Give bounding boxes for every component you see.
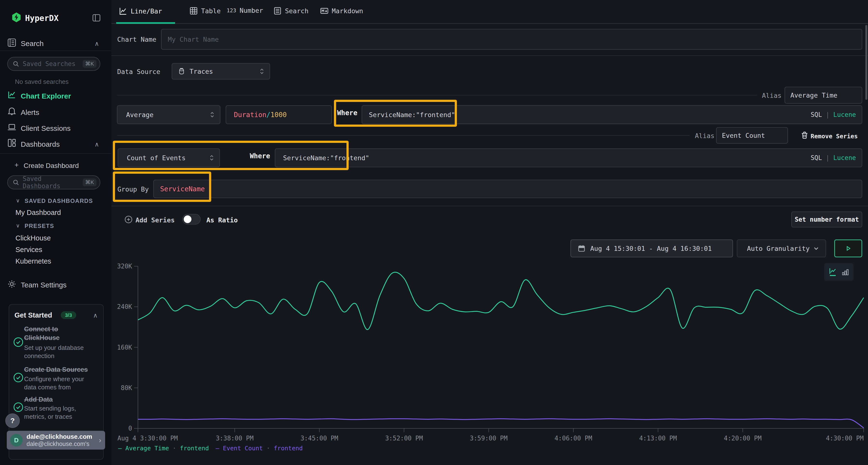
series1-where-input[interactable]: ServiceName:"frontend" SQL | Lucene (362, 105, 862, 124)
laptop-icon (7, 122, 17, 132)
sidebar-item-chart-explorer[interactable]: Chart Explorer (21, 92, 71, 100)
chevron-down-icon (813, 245, 819, 252)
add-series-button[interactable]: Add Series (135, 217, 175, 224)
divider (117, 95, 757, 95)
chart-name-placeholder: My Chart Name (168, 36, 219, 43)
divider (112, 206, 868, 206)
chevron-down-icon[interactable]: ∨ (16, 198, 20, 204)
sidebar-item-kubernetes[interactable]: Kubernetes (16, 257, 51, 265)
presets-header: PRESETS (25, 223, 54, 229)
plus-circle-icon[interactable] (124, 215, 133, 224)
bar-chart-icon[interactable] (841, 268, 849, 276)
sidebar-item-alerts[interactable]: Alerts (21, 108, 39, 117)
get-started-title: Get Started (14, 311, 52, 319)
chevron-up-icon[interactable]: ∧ (93, 312, 98, 319)
tab-label: Search (285, 7, 309, 15)
help-label: ? (10, 417, 15, 425)
saved-searches-input[interactable]: Saved Searches ⌘K (7, 57, 100, 71)
tab-table[interactable]: Table (189, 7, 221, 15)
tab-label: Table (201, 7, 221, 15)
series2-language-toggle[interactable]: SQL | Lucene (811, 154, 856, 161)
series1-field-input[interactable]: Duration/1000 (226, 105, 332, 124)
series2-aggregation-select[interactable]: Count of Events (118, 148, 220, 167)
svg-text:3:59:00 PM: 3:59:00 PM (470, 435, 508, 442)
series1-language-toggle[interactable]: SQL | Lucene (811, 111, 856, 118)
tab-number[interactable]: 123 Number (227, 7, 263, 14)
saved-dashboards-input[interactable]: Saved Dashboards ⌘K (7, 175, 100, 189)
legend-item[interactable]: — Average Time · frontend (118, 445, 209, 452)
app: HyperDX Search ∧ Saved Searches ⌘K No sa… (0, 0, 868, 465)
group-by-input[interactable]: ServiceName (153, 180, 862, 198)
granularity-select[interactable]: Auto Granularity (737, 239, 826, 257)
data-source-select[interactable]: Traces (172, 63, 270, 79)
tab-label: Number (240, 7, 263, 14)
svg-text:4:13:00 PM: 4:13:00 PM (639, 435, 677, 442)
play-icon (845, 245, 852, 252)
alias-label: Alias (695, 132, 714, 139)
tab-line-bar[interactable]: Line/Bar (119, 7, 162, 15)
line-chart-icon[interactable] (829, 267, 837, 277)
brand-title: HyperDX (25, 13, 59, 23)
active-tab-underline (116, 22, 175, 24)
set-number-format-label: Set number format (795, 216, 859, 223)
svg-text:0: 0 (128, 425, 132, 432)
tab-search[interactable]: Search (273, 7, 309, 15)
divider (0, 51, 112, 51)
sidebar-item-search[interactable]: Search (21, 39, 44, 48)
date-range-input[interactable]: Aug 4 15:30:01 - Aug 4 16:30:01 (570, 239, 733, 257)
sidebar-item-clickhouse[interactable]: ClickHouse (16, 234, 51, 242)
chart-name-label: Chart Name (117, 36, 156, 43)
series1-alias-input[interactable]: Average Time (784, 87, 862, 104)
tabbar-divider (112, 23, 868, 24)
tab-markdown[interactable]: Markdown (320, 7, 363, 15)
sidebar-item-client-sessions[interactable]: Client Sessions (21, 124, 71, 133)
step-title: Create Data Sources (24, 365, 101, 374)
scrollbar-thumb[interactable] (865, 25, 867, 100)
svg-text:80K: 80K (121, 384, 132, 392)
collapse-sidebar-icon[interactable] (92, 13, 101, 22)
user-menu[interactable]: D dale@clickhouse.com dale@clickhouse.co… (7, 431, 105, 450)
group-by-label: Group By (117, 186, 149, 193)
sidebar-item-my-dashboard[interactable]: My Dashboard (16, 209, 61, 217)
remove-series-button[interactable]: Remove Series (811, 133, 858, 140)
legend-item[interactable]: — Event Count · frontend (216, 445, 303, 452)
as-ratio-toggle[interactable] (182, 214, 200, 225)
help-button[interactable]: ? (5, 413, 20, 428)
search-icon (12, 61, 19, 67)
svg-text:240K: 240K (117, 303, 132, 310)
gear-icon (7, 279, 17, 289)
group-by-value: ServiceName (160, 185, 205, 193)
series1-field-value: Duration/1000 (234, 111, 287, 119)
set-number-format-button[interactable]: Set number format (791, 211, 862, 227)
chart-name-input[interactable]: My Chart Name (161, 29, 862, 49)
sidebar-item-dashboards[interactable]: Dashboards (21, 140, 60, 148)
check-circle-icon (13, 372, 24, 383)
chevron-updown-icon (209, 111, 215, 118)
chevron-down-icon[interactable]: ∨ (16, 223, 20, 229)
series2-where-input[interactable]: ServiceName:"frontend" SQL | Lucene (275, 148, 862, 167)
series2-alias-input[interactable]: Event Count (716, 127, 788, 143)
chart-legend: — Average Time · frontend— Event Count ·… (118, 445, 310, 452)
series2-where-value: ServiceName:"frontend" (283, 154, 369, 162)
chevron-up-icon[interactable]: ∧ (94, 40, 99, 47)
database-icon (178, 68, 185, 75)
table-icon (189, 7, 198, 15)
sidebar-item-services[interactable]: Services (16, 246, 42, 254)
chevron-up-icon[interactable]: ∧ (94, 141, 99, 148)
sidebar-item-team-settings[interactable]: Team Settings (21, 281, 66, 289)
avatar: D (10, 434, 23, 446)
series1-aggregation-select[interactable]: Average (117, 105, 220, 124)
divider (0, 153, 112, 154)
series1-where-label: Where (337, 109, 357, 117)
toggle-knob (184, 215, 191, 223)
series2-where-label: Where (250, 152, 270, 160)
as-ratio-label: As Ratio (207, 217, 238, 224)
calendar-icon (578, 244, 585, 252)
create-dashboard-button[interactable]: Create Dashboard (24, 162, 79, 170)
svg-text:3:38:00 PM: 3:38:00 PM (216, 435, 254, 442)
trash-icon[interactable] (801, 131, 809, 139)
svg-text:4:30:00 PM: 4:30:00 PM (826, 435, 864, 442)
run-query-button[interactable] (834, 239, 862, 257)
search-section-icon (7, 38, 17, 47)
step-desc: Start sending logs, metrics, or traces (24, 404, 96, 421)
